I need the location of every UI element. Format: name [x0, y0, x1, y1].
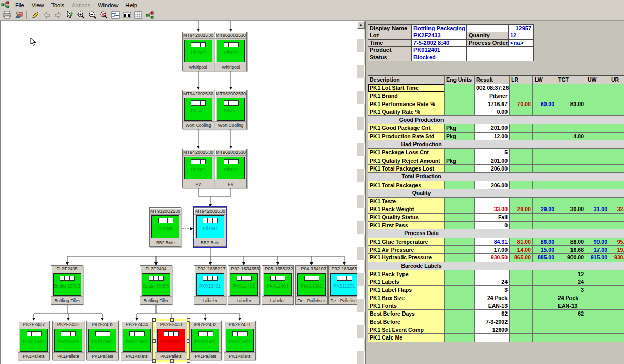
- cell-description[interactable]: PK1 Performance Rate %: [368, 100, 445, 108]
- cell-lw[interactable]: [533, 198, 556, 205]
- cell-result[interactable]: 12600: [475, 326, 510, 334]
- menu-item-window[interactable]: Window: [94, 2, 122, 9]
- cell-lr[interactable]: [510, 198, 533, 205]
- cell-result[interactable]: 24: [475, 278, 510, 286]
- cell-lw[interactable]: [533, 278, 556, 286]
- zoom-reset-icon[interactable]: [98, 10, 110, 20]
- cell-uw[interactable]: 31.00: [586, 205, 609, 213]
- cell-ur[interactable]: [609, 108, 624, 116]
- zoom-in-icon[interactable]: [75, 10, 87, 20]
- cell-eng-units[interactable]: Pkg: [445, 157, 475, 165]
- cell-eng-units[interactable]: Pkg: [445, 124, 475, 132]
- lot-node-mt962002530[interactable]: MT962002530PilsnerWhirlpool: [215, 32, 247, 71]
- cell-lr[interactable]: [510, 214, 533, 222]
- cell-ur[interactable]: [609, 302, 624, 310]
- cell-ur[interactable]: [609, 214, 624, 222]
- cell-tgt[interactable]: [556, 165, 586, 173]
- cell-ur[interactable]: [609, 84, 624, 92]
- cell-uw[interactable]: [586, 270, 609, 278]
- cell-tgt[interactable]: 12: [556, 270, 586, 278]
- cell-lr[interactable]: [510, 334, 533, 342]
- cell-description[interactable]: PK1 Lot Start Time: [368, 84, 445, 92]
- column-header[interactable]: Eng Units: [445, 76, 475, 84]
- cell-eng-units[interactable]: [445, 214, 475, 222]
- cell-lr[interactable]: [510, 278, 533, 286]
- cell-eng-units[interactable]: [445, 222, 475, 229]
- cell-eng-units[interactable]: [445, 326, 475, 334]
- cell-lw[interactable]: [533, 270, 556, 278]
- cell-eng-units[interactable]: [445, 278, 475, 286]
- cell-lr[interactable]: [510, 222, 533, 229]
- cell-description[interactable]: PK1 Total Packages Lost: [368, 165, 445, 173]
- cell-result[interactable]: 1716.67: [475, 100, 510, 108]
- cell-lw[interactable]: [533, 310, 556, 318]
- cell-result[interactable]: 84.31: [475, 238, 510, 246]
- cell-tgt[interactable]: [556, 326, 586, 334]
- cell-lr[interactable]: [510, 318, 533, 326]
- cell-description[interactable]: PK1 Set Event Comp: [368, 326, 445, 334]
- cell-lr[interactable]: [510, 165, 533, 173]
- pencil-icon[interactable]: [30, 10, 41, 20]
- cell-lr[interactable]: [510, 270, 533, 278]
- cell-tgt[interactable]: [556, 84, 586, 92]
- cell-eng-units[interactable]: [445, 84, 475, 92]
- cell-uw[interactable]: [586, 294, 609, 302]
- cell-eng-units[interactable]: [445, 302, 475, 310]
- cell-uw[interactable]: [586, 165, 609, 173]
- cell-uw[interactable]: [586, 334, 609, 342]
- cell-eng-units[interactable]: [445, 254, 475, 262]
- menu-item-tools[interactable]: Tools: [47, 2, 68, 9]
- cell-lw[interactable]: [533, 326, 556, 334]
- cell-tgt[interactable]: [556, 124, 586, 132]
- lot-node-pk2f2436[interactable]: PK2F2436PK012401PK1Pallets: [52, 321, 84, 360]
- cell-result[interactable]: 5: [475, 149, 510, 157]
- lot-node-pk2f2431[interactable]: PK2F2431PK012401PK1Pallets: [224, 321, 256, 360]
- user-permissions-icon[interactable]: [13, 10, 24, 20]
- cell-result[interactable]: 206.00: [475, 165, 510, 173]
- cell-lw[interactable]: [533, 334, 556, 342]
- cell-result[interactable]: 33.00: [475, 205, 510, 213]
- cell-lw[interactable]: [533, 222, 556, 229]
- cell-ur[interactable]: [609, 92, 624, 100]
- cell-tgt[interactable]: 62: [556, 310, 586, 318]
- cell-eng-units[interactable]: [445, 294, 475, 302]
- cell-ur[interactable]: [609, 294, 624, 302]
- lot-node-p021834656[interactable]: ..P02-1834656PK012401Labeler: [228, 265, 260, 305]
- cell-result[interactable]: 002 08:37:26: [475, 84, 510, 92]
- cell-eng-units[interactable]: [445, 205, 475, 213]
- cell-lr[interactable]: [510, 149, 533, 157]
- select-pointer-icon[interactable]: [64, 10, 75, 20]
- lot-node-mt962002530[interactable]: MT962002530PilsnerFV: [215, 149, 247, 188]
- cell-tgt[interactable]: 24: [556, 278, 586, 286]
- cell-uw[interactable]: [586, 92, 609, 100]
- lot-node-pk2f2432[interactable]: PK2F2432PK012401PK1Pallets: [189, 321, 222, 360]
- cell-result[interactable]: 930.50: [475, 254, 510, 262]
- cell-lw[interactable]: [533, 92, 556, 100]
- cell-eng-units[interactable]: [445, 270, 475, 278]
- column-header[interactable]: TGT: [556, 76, 586, 84]
- cell-lw[interactable]: 885.00: [533, 254, 556, 262]
- cell-eng-units[interactable]: Pkg: [445, 133, 475, 140]
- cell-description[interactable]: PK1 Glue Temperature: [368, 238, 445, 246]
- cell-ur[interactable]: [609, 181, 624, 189]
- cell-tgt[interactable]: 30.00: [556, 205, 586, 213]
- cell-result[interactable]: 201.00: [475, 157, 510, 165]
- cell-eng-units[interactable]: [445, 310, 475, 318]
- cell-result[interactable]: Fail: [475, 214, 510, 222]
- cell-eng-units[interactable]: [445, 108, 475, 116]
- cell-result[interactable]: 0: [475, 222, 510, 229]
- cell-description[interactable]: PK1 Box Size: [368, 294, 445, 302]
- cell-description[interactable]: Best Before Days: [368, 310, 445, 318]
- cell-ur[interactable]: [609, 326, 624, 334]
- cell-description[interactable]: PK1 Quality Rate %: [368, 108, 445, 116]
- column-header[interactable]: Result: [475, 76, 510, 84]
- cell-uw[interactable]: [586, 286, 609, 294]
- cell-uw[interactable]: [586, 214, 609, 222]
- lot-node-p051555232[interactable]: ..P05-1555232PK012401Labeler: [262, 265, 294, 305]
- cell-ur[interactable]: [609, 124, 624, 132]
- cell-description[interactable]: PK1 Quality Status: [368, 214, 445, 222]
- cell-ur[interactable]: [609, 278, 624, 286]
- lot-node-pk2f2434[interactable]: PK2F2434PK012401PK1Pallets: [121, 321, 153, 360]
- cell-lw[interactable]: [533, 294, 556, 302]
- printer-icon[interactable]: [2, 10, 13, 20]
